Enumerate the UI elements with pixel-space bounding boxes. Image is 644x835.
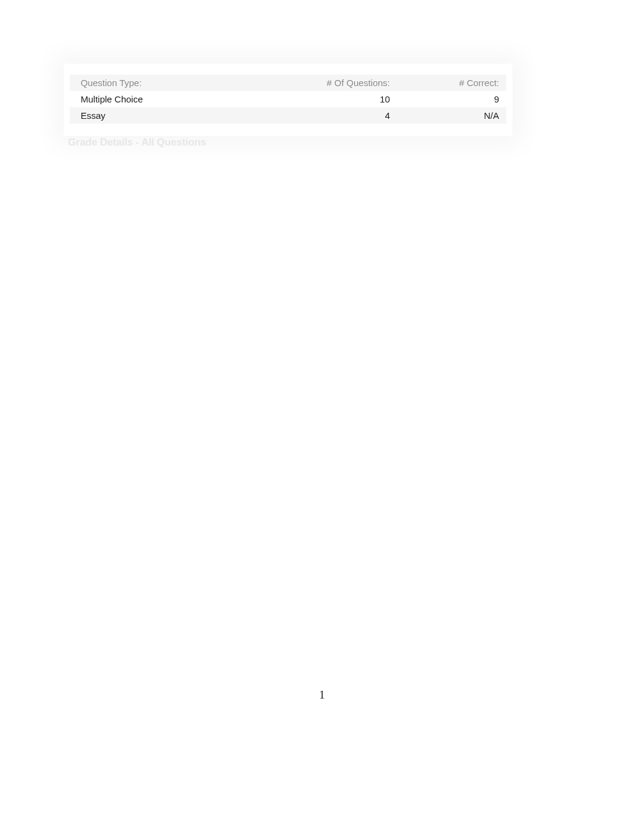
summary-panel: Question Type: # Of Questions: # Correct… xyxy=(64,64,512,136)
cell-num-correct: N/A xyxy=(390,110,499,121)
header-num-correct: # Correct: xyxy=(390,78,499,88)
cell-question-type: Multiple Choice xyxy=(81,94,287,104)
cell-question-type: Essay xyxy=(81,110,287,121)
table-row: Multiple Choice 10 9 xyxy=(70,91,506,107)
table-header-row: Question Type: # Of Questions: # Correct… xyxy=(70,75,506,91)
grade-details-heading: Grade Details - All Questions xyxy=(68,136,206,149)
question-summary-table: Question Type: # Of Questions: # Correct… xyxy=(70,75,506,124)
header-num-questions: # Of Questions: xyxy=(287,78,390,88)
cell-num-questions: 10 xyxy=(287,94,390,104)
cell-num-correct: 9 xyxy=(390,94,499,104)
table-row: Essay 4 N/A xyxy=(70,107,506,124)
header-question-type: Question Type: xyxy=(81,78,287,88)
cell-num-questions: 4 xyxy=(287,110,390,121)
page-number: 1 xyxy=(0,688,644,702)
